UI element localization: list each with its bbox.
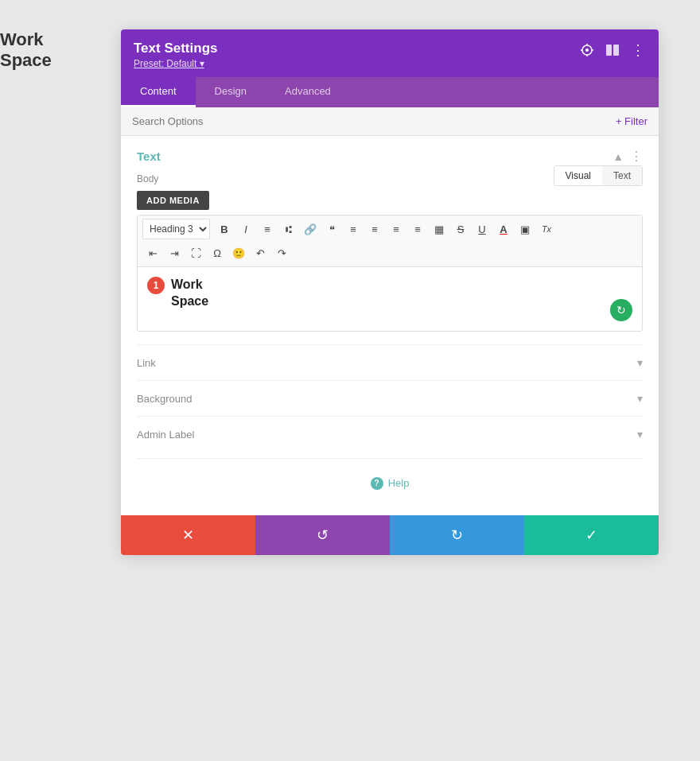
workspace-label: Work Space: [0, 29, 52, 72]
section-menu-icon[interactable]: ⋮: [630, 149, 643, 164]
background-section-header[interactable]: Background ▾: [137, 392, 643, 405]
link-section-header[interactable]: Link ▾: [137, 356, 643, 369]
emoji-button[interactable]: 🙂: [228, 243, 249, 263]
link-chevron-icon: ▾: [637, 356, 643, 369]
editor-area: Heading 3 B I ≡ ⑆ 🔗 ❝ ≡ ≡ ≡ ≡ ▦ S: [137, 215, 643, 332]
target-icon[interactable]: [579, 42, 595, 58]
editor-toolbar: Heading 3 B I ≡ ⑆ 🔗 ❝ ≡ ≡ ≡ ≡ ▦ S: [138, 215, 642, 267]
background-chevron-icon: ▾: [637, 392, 643, 405]
indent-button[interactable]: ⇥: [164, 243, 185, 263]
tabs-bar: Content Design Advanced: [121, 77, 659, 107]
clear-format-button[interactable]: Tx: [536, 219, 557, 239]
ordered-list-button[interactable]: ⑆: [278, 219, 299, 239]
panel-preset[interactable]: Preset: Default ▾: [134, 58, 217, 69]
link-button[interactable]: 🔗: [300, 219, 321, 239]
tab-content[interactable]: Content: [121, 77, 196, 107]
svg-point-1: [585, 49, 589, 52]
align-left-button[interactable]: ≡: [343, 219, 364, 239]
underline-button[interactable]: U: [472, 219, 492, 239]
visual-text-toggle: Visual Text: [554, 165, 643, 186]
text-section-title: Text: [137, 149, 161, 163]
undo-editor-button[interactable]: ↶: [250, 243, 270, 263]
outdent-button[interactable]: ⇤: [142, 243, 163, 263]
search-bar: + Filter: [121, 107, 659, 136]
tab-advanced[interactable]: Advanced: [266, 77, 350, 107]
section-controls: ▲ ⋮: [612, 149, 643, 164]
highlight-button[interactable]: ▣: [515, 219, 535, 239]
section-collapse-icon[interactable]: ▲: [612, 150, 624, 163]
step-badge: 1: [147, 277, 165, 294]
heading-select[interactable]: Heading 3: [142, 219, 210, 239]
cancel-button[interactable]: ✕: [121, 515, 255, 555]
columns-icon[interactable]: [605, 42, 620, 58]
bold-button[interactable]: B: [214, 219, 235, 239]
help-button[interactable]: ? Help: [371, 477, 410, 490]
save-button[interactable]: ✓: [524, 515, 659, 555]
panel-title: Text Settings: [134, 41, 217, 56]
admin-label-section: Admin Label ▾: [137, 416, 643, 452]
more-icon[interactable]: ⋮: [630, 42, 646, 58]
text-section: Text ▲ ⋮ Body ADD MEDIA Visual Text: [137, 149, 643, 332]
text-section-header: Text ▲ ⋮: [137, 149, 643, 164]
link-section: Link ▾: [137, 344, 643, 380]
blockquote-button[interactable]: ❝: [321, 219, 342, 239]
svg-rect-7: [613, 45, 619, 56]
text-color-button[interactable]: A: [493, 219, 514, 239]
text-tab-button[interactable]: Text: [602, 166, 642, 185]
redo-editor-button[interactable]: ↷: [271, 243, 292, 263]
strikethrough-button[interactable]: S: [450, 219, 471, 239]
tab-design[interactable]: Design: [196, 77, 266, 107]
background-section: Background ▾: [137, 380, 643, 416]
admin-label-section-header[interactable]: Admin Label ▾: [137, 428, 643, 441]
text-settings-panel: Text Settings Preset: Default ▾: [121, 29, 659, 555]
add-media-button[interactable]: ADD MEDIA: [137, 191, 209, 210]
table-button[interactable]: ▦: [429, 219, 449, 239]
editor-content[interactable]: 1 Work Space ↻: [138, 267, 642, 331]
svg-rect-6: [606, 45, 612, 56]
refresh-icon[interactable]: ↻: [610, 299, 632, 321]
link-section-title: Link: [137, 357, 156, 369]
undo-button[interactable]: ↺: [255, 515, 390, 555]
align-justify-button[interactable]: ≡: [407, 219, 428, 239]
panel-body: Text ▲ ⋮ Body ADD MEDIA Visual Text: [121, 136, 659, 515]
filter-button[interactable]: + Filter: [616, 115, 648, 127]
redo-button[interactable]: ↻: [390, 515, 524, 555]
admin-label-section-title: Admin Label: [137, 429, 194, 441]
toolbar-row-2: ⇤ ⇥ ⛶ Ω 🙂 ↶ ↷: [142, 243, 637, 263]
align-right-button[interactable]: ≡: [386, 219, 406, 239]
panel-header: Text Settings Preset: Default ▾: [121, 29, 659, 77]
editor-text: Work Space: [171, 277, 632, 310]
special-chars-button[interactable]: Ω: [207, 243, 228, 263]
align-center-button[interactable]: ≡: [364, 219, 385, 239]
toolbar-row-1: Heading 3 B I ≡ ⑆ 🔗 ❝ ≡ ≡ ≡ ≡ ▦ S: [142, 219, 637, 239]
help-section: ? Help: [137, 458, 643, 503]
visual-tab-button[interactable]: Visual: [554, 166, 602, 185]
fullscreen-button[interactable]: ⛶: [185, 243, 206, 263]
background-section-title: Background: [137, 393, 192, 405]
unordered-list-button[interactable]: ≡: [257, 219, 278, 239]
help-icon: ?: [371, 477, 383, 490]
panel-footer: ✕ ↺ ↻ ✓: [121, 515, 659, 555]
admin-label-chevron-icon: ▾: [637, 428, 643, 441]
search-input[interactable]: [132, 115, 616, 127]
italic-button[interactable]: I: [235, 219, 256, 239]
panel-header-icons: ⋮: [579, 42, 646, 58]
